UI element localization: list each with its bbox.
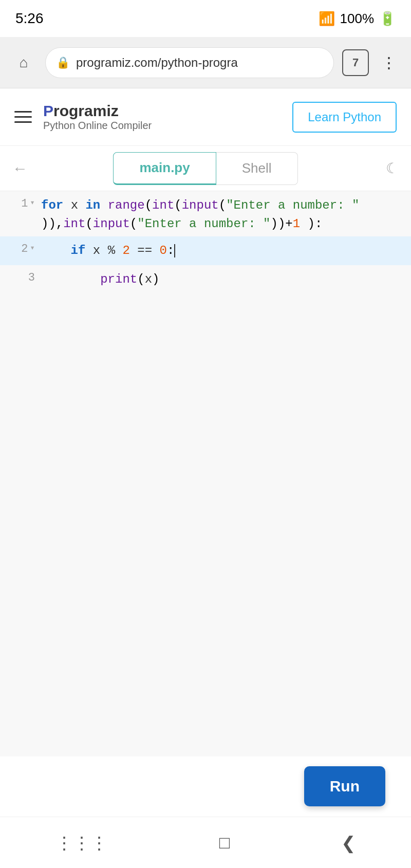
home-icon: ⌂ (20, 54, 28, 71)
browser-bar: ⌂ 🔒 programiz.com/python-progra 7 ⋮ (0, 37, 411, 88)
battery-text: 100% (340, 11, 375, 27)
line-number-3: 3 (0, 268, 41, 284)
logo-rest: rogramiz (53, 102, 119, 119)
tab-count-label: 7 (352, 56, 359, 69)
logo-subtitle: Python Online Compiler (43, 120, 152, 132)
tab-shell[interactable]: Shell (216, 152, 298, 185)
lock-icon: 🔒 (56, 56, 70, 69)
tab-main[interactable]: main.py (113, 152, 216, 185)
code-line-3: 3 print(x) (0, 265, 411, 294)
status-icons: 📶 100% 🔋 (319, 11, 396, 27)
line-arrow-1: ▾ (30, 197, 35, 208)
bottom-nav: ⋮⋮⋮ □ ❮ (0, 817, 411, 868)
app-header: Programiz Python Online Compiler Learn P… (0, 88, 411, 146)
line-number-1: 1 ▾ (0, 194, 41, 210)
nav-home-button[interactable]: □ (199, 824, 251, 861)
header-left: Programiz Python Online Compiler (14, 102, 152, 132)
url-text: programiz.com/python-progra (76, 56, 323, 70)
browser-menu-button[interactable]: ⋮ (377, 49, 401, 76)
code-line-2: 2 ▾ if x % 2 == 0: (0, 236, 411, 265)
tab-count-button[interactable]: 7 (342, 49, 369, 76)
home-button[interactable]: ⌂ (10, 49, 37, 76)
url-bar[interactable]: 🔒 programiz.com/python-progra (45, 47, 334, 78)
status-bar: 5:26 📶 100% 🔋 (0, 0, 411, 37)
line-arrow-2: ▾ (30, 243, 35, 253)
code-content-3: print(x) (41, 268, 411, 289)
nav-menu-button[interactable]: ⋮⋮⋮ (35, 824, 128, 861)
hamburger-line-1 (14, 111, 32, 113)
logo-p: P (43, 102, 53, 119)
code-content-1: for x in range(int(input("Enter a number… (41, 194, 411, 233)
learn-python-button[interactable]: Learn Python (292, 102, 397, 133)
hamburger-menu[interactable] (14, 111, 32, 123)
run-button[interactable]: Run (304, 766, 385, 806)
line-number-2: 2 ▾ (0, 239, 41, 255)
code-editor[interactable]: 1 ▾ for x in range(int(input("Enter a nu… (0, 191, 411, 756)
status-time: 5:26 (15, 10, 44, 27)
dark-mode-button[interactable]: ☾ (386, 160, 399, 177)
back-button[interactable]: ← (12, 160, 28, 177)
run-button-container: Run (304, 766, 385, 806)
tabs-bar: ← main.py Shell ☾ (0, 146, 411, 191)
hamburger-line-2 (14, 116, 32, 118)
nav-back-button[interactable]: ❮ (321, 824, 376, 861)
code-line-1: 1 ▾ for x in range(int(input("Enter a nu… (0, 191, 411, 236)
signal-icon: 📶 (319, 11, 335, 27)
battery-icon: 🔋 (379, 11, 396, 27)
hamburger-line-3 (14, 121, 32, 123)
logo-area: Programiz Python Online Compiler (43, 102, 152, 132)
logo-text: Programiz (43, 102, 152, 120)
code-content-2: if x % 2 == 0: (41, 239, 411, 260)
